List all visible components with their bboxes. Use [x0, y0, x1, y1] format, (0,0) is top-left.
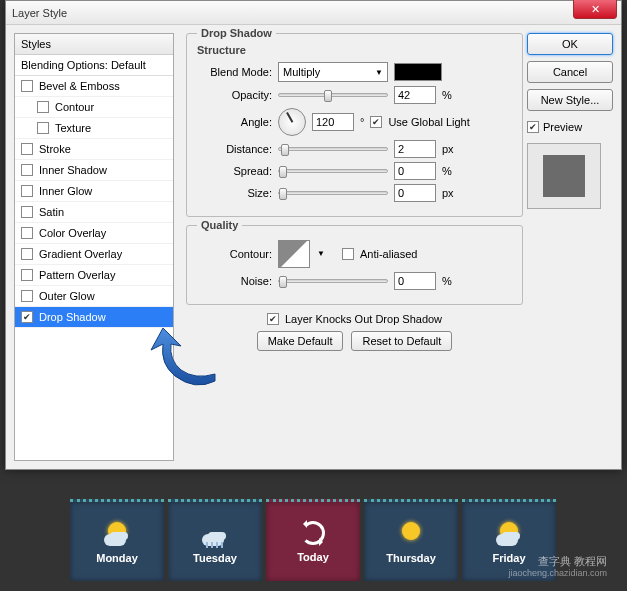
day-label: Thursday [386, 552, 436, 564]
weather-bar: MondayTuesdayTodayThursdayFriday [70, 499, 556, 581]
preview-label: Preview [543, 121, 582, 133]
spread-input[interactable]: 0 [394, 162, 436, 180]
knockout-checkbox[interactable] [267, 313, 279, 325]
style-label: Drop Shadow [39, 311, 106, 323]
style-item-inner-shadow[interactable]: Inner Shadow [15, 160, 173, 181]
opacity-label: Opacity: [197, 89, 272, 101]
day-monday[interactable]: Monday [70, 499, 164, 581]
styles-panel: Styles Blending Options: Default Bevel &… [14, 33, 174, 461]
style-item-texture[interactable]: Texture [15, 118, 173, 139]
style-label: Outer Glow [39, 290, 95, 302]
style-label: Stroke [39, 143, 71, 155]
style-item-inner-glow[interactable]: Inner Glow [15, 181, 173, 202]
sun-icon [396, 520, 426, 546]
style-item-satin[interactable]: Satin [15, 202, 173, 223]
distance-slider[interactable] [278, 147, 388, 151]
distance-unit: px [442, 143, 462, 155]
style-checkbox[interactable] [37, 122, 49, 134]
angle-unit: ° [360, 116, 364, 128]
size-input[interactable]: 0 [394, 184, 436, 202]
style-checkbox[interactable] [21, 227, 33, 239]
size-slider[interactable] [278, 191, 388, 195]
ok-button[interactable]: OK [527, 33, 613, 55]
distance-input[interactable]: 2 [394, 140, 436, 158]
panel-title: Drop Shadow [197, 27, 276, 39]
contour-label: Contour: [197, 248, 272, 260]
opacity-slider[interactable] [278, 93, 388, 97]
style-checkbox[interactable] [21, 311, 33, 323]
layer-style-dialog: Layer Style ✕ Styles Blending Options: D… [5, 0, 622, 470]
blendmode-label: Blend Mode: [197, 66, 272, 78]
style-item-drop-shadow[interactable]: Drop Shadow [15, 307, 173, 328]
refresh-icon [301, 521, 325, 545]
day-label: Tuesday [193, 552, 237, 564]
color-swatch[interactable] [394, 63, 442, 81]
antialiased-label: Anti-aliased [360, 248, 417, 260]
close-icon: ✕ [591, 3, 600, 16]
style-checkbox[interactable] [21, 80, 33, 92]
style-item-gradient-overlay[interactable]: Gradient Overlay [15, 244, 173, 265]
style-item-color-overlay[interactable]: Color Overlay [15, 223, 173, 244]
size-unit: px [442, 187, 462, 199]
style-checkbox[interactable] [21, 248, 33, 260]
day-label: Friday [492, 552, 525, 564]
style-checkbox[interactable] [21, 269, 33, 281]
noise-label: Noise: [197, 275, 272, 287]
contour-picker[interactable] [278, 240, 310, 268]
style-label: Contour [55, 101, 94, 113]
make-default-button[interactable]: Make Default [257, 331, 344, 351]
styles-header[interactable]: Styles [15, 34, 173, 55]
noise-slider[interactable] [278, 279, 388, 283]
style-item-pattern-overlay[interactable]: Pattern Overlay [15, 265, 173, 286]
reset-default-button[interactable]: Reset to Default [351, 331, 452, 351]
noise-unit: % [442, 275, 462, 287]
global-light-checkbox[interactable] [370, 116, 382, 128]
close-button[interactable]: ✕ [573, 0, 617, 19]
style-checkbox[interactable] [37, 101, 49, 113]
structure-title: Structure [197, 44, 512, 56]
noise-input[interactable]: 0 [394, 272, 436, 290]
size-label: Size: [197, 187, 272, 199]
style-checkbox[interactable] [21, 185, 33, 197]
knockout-label: Layer Knocks Out Drop Shadow [285, 313, 442, 325]
style-checkbox[interactable] [21, 143, 33, 155]
spread-unit: % [442, 165, 462, 177]
blendmode-select[interactable]: Multiply [278, 62, 388, 82]
titlebar[interactable]: Layer Style ✕ [6, 1, 621, 25]
style-label: Bevel & Emboss [39, 80, 120, 92]
style-checkbox[interactable] [21, 206, 33, 218]
day-today[interactable]: Today [266, 499, 360, 581]
style-label: Satin [39, 206, 64, 218]
effect-settings: Drop Shadow Structure Blend Mode: Multip… [182, 25, 527, 469]
preview-box [527, 143, 601, 209]
cancel-button[interactable]: Cancel [527, 61, 613, 83]
drop-shadow-fieldset: Drop Shadow Structure Blend Mode: Multip… [186, 33, 523, 217]
angle-dial[interactable] [278, 108, 306, 136]
blending-options[interactable]: Blending Options: Default [15, 55, 173, 76]
rain-icon [200, 520, 230, 546]
day-thursday[interactable]: Thursday [364, 499, 458, 581]
style-label: Texture [55, 122, 91, 134]
day-label: Monday [96, 552, 138, 564]
style-item-contour[interactable]: Contour [15, 97, 173, 118]
opacity-input[interactable]: 42 [394, 86, 436, 104]
style-checkbox[interactable] [21, 164, 33, 176]
style-item-outer-glow[interactable]: Outer Glow [15, 286, 173, 307]
style-item-bevel-emboss[interactable]: Bevel & Emboss [15, 76, 173, 97]
antialiased-checkbox[interactable] [342, 248, 354, 260]
preview-checkbox[interactable] [527, 121, 539, 133]
day-friday[interactable]: Friday [462, 499, 556, 581]
style-checkbox[interactable] [21, 290, 33, 302]
day-label: Today [297, 551, 329, 563]
style-label: Gradient Overlay [39, 248, 122, 260]
style-item-stroke[interactable]: Stroke [15, 139, 173, 160]
window-title: Layer Style [12, 7, 67, 19]
new-style-button[interactable]: New Style... [527, 89, 613, 111]
spread-slider[interactable] [278, 169, 388, 173]
quality-fieldset: Quality Contour: Anti-aliased Noise: 0 % [186, 225, 523, 305]
action-buttons: OK Cancel New Style... Preview [527, 25, 621, 469]
angle-label: Angle: [197, 116, 272, 128]
angle-input[interactable]: 120 [312, 113, 354, 131]
day-tuesday[interactable]: Tuesday [168, 499, 262, 581]
quality-title: Quality [197, 219, 242, 231]
